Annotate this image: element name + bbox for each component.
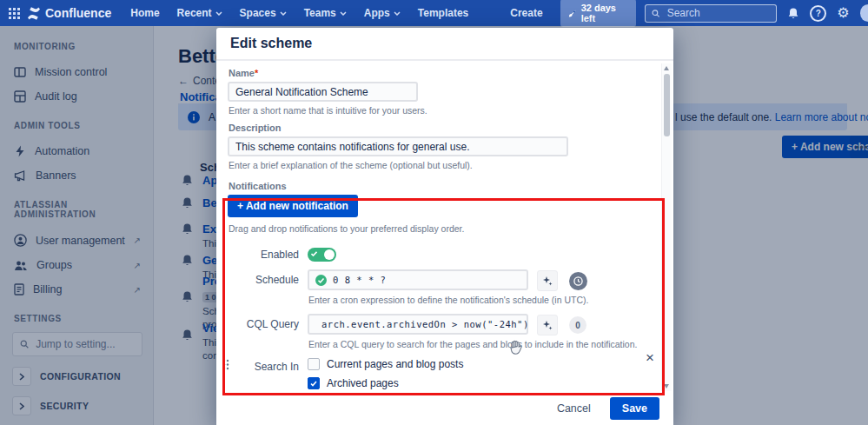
schedule-label: Schedule <box>228 274 299 286</box>
chevron-down-icon <box>340 11 347 16</box>
nav-item-apps[interactable]: Apps <box>364 7 401 19</box>
cql-result-count-badge: 0 <box>569 316 586 334</box>
enabled-toggle[interactable] <box>308 248 336 262</box>
trial-days-button[interactable]: 32 days left <box>560 0 637 27</box>
required-asterisk: * <box>255 68 258 78</box>
screen: Confluence Home Recent Spaces Teams Apps… <box>0 0 868 425</box>
cancel-button[interactable]: Cancel <box>552 402 596 415</box>
checkbox-icon <box>308 358 320 370</box>
scroll-down-arrow[interactable] <box>664 384 669 388</box>
modal-header: Edit scheme <box>216 28 673 61</box>
cron-assist-sparkle-icon[interactable] <box>537 270 558 291</box>
scrollbar-thumb[interactable] <box>664 74 670 136</box>
search-in-row: Search In Current pages and blog posts A… <box>228 358 659 392</box>
toggle-check-icon <box>311 251 317 256</box>
search-icon <box>652 9 659 18</box>
confluence-mark-icon <box>27 7 41 20</box>
description-input[interactable] <box>228 136 568 156</box>
notifications-label: Notifications <box>229 181 659 191</box>
nav-item-teams[interactable]: Teams <box>304 7 347 19</box>
nav-item-recent[interactable]: Recent <box>177 7 222 19</box>
cql-assist-sparkle-icon[interactable] <box>537 315 558 335</box>
drag-handle-icon[interactable] <box>222 359 229 370</box>
modal-title: Edit scheme <box>230 36 312 51</box>
app-switcher-icon[interactable] <box>9 8 20 19</box>
global-search-input[interactable] <box>666 6 770 20</box>
add-new-notification-button[interactable]: + Add new notification <box>228 195 358 217</box>
cql-helper: Enter a CQL query to search for the page… <box>308 339 637 349</box>
description-label: Description <box>229 123 659 133</box>
schedule-input[interactable]: 0 8 * * ? <box>308 269 528 290</box>
brand-label: Confluence <box>45 6 111 20</box>
chevron-down-icon <box>394 11 401 16</box>
cql-label: CQL Query <box>228 318 299 330</box>
modal-scroll-area[interactable]: Name* Enter a short name that is intuiti… <box>216 63 659 392</box>
scroll-up-arrow[interactable] <box>664 66 669 70</box>
edit-scheme-modal: Edit scheme Name* Enter a short name tha… <box>216 28 673 425</box>
name-helper: Enter a short name that is intuitive for… <box>229 105 659 116</box>
enabled-row: Enabled <box>228 246 659 262</box>
schedule-row: Schedule 0 8 * * ? <box>228 269 659 312</box>
global-search[interactable] <box>645 4 777 23</box>
remove-notification-icon[interactable]: × <box>646 350 654 365</box>
name-label: Name* <box>229 68 659 78</box>
nav-item-templates[interactable]: Templates <box>418 7 468 19</box>
nav-item-spaces[interactable]: Spaces <box>240 7 287 19</box>
nav-right-cluster: 32 days left ? ⚙ <box>560 0 868 27</box>
name-input[interactable] <box>228 82 418 102</box>
confluence-logo[interactable]: Confluence <box>27 6 111 20</box>
reorder-hint: Drag and drop notifications to your pref… <box>229 223 659 234</box>
settings-gear-icon[interactable]: ⚙ <box>835 4 851 22</box>
search-in-label: Search In <box>228 361 299 373</box>
checkbox-current-pages[interactable]: Current pages and blog posts <box>308 358 463 370</box>
cql-input[interactable]: arch.event.archivedOn > now("-24h") <box>308 314 528 335</box>
schedule-clock-icon[interactable] <box>569 272 587 290</box>
checkbox-checked-icon <box>308 377 320 389</box>
chevron-down-icon <box>215 11 222 16</box>
top-nav: Confluence Home Recent Spaces Teams Apps… <box>0 0 868 26</box>
valid-check-icon <box>315 275 327 286</box>
notifications-bell-icon[interactable] <box>785 4 801 22</box>
save-button[interactable]: Save <box>610 397 659 420</box>
nav-item-create[interactable]: Create <box>510 7 542 19</box>
notification-card: × Enabled Schedule 0 8 * * ? <box>228 241 659 392</box>
chevron-down-icon <box>280 11 287 16</box>
help-icon[interactable]: ? <box>810 4 826 22</box>
checkbox-archived-pages[interactable]: Archived pages <box>308 377 463 389</box>
modal-scrollbar[interactable] <box>661 63 672 391</box>
cql-row: CQL Query arch.event.archivedOn > now("-… <box>228 314 659 356</box>
nav-item-home[interactable]: Home <box>130 7 159 19</box>
enabled-label: Enabled <box>228 249 299 261</box>
rocket-icon <box>568 9 577 18</box>
user-avatar[interactable] <box>860 4 868 22</box>
schedule-helper: Enter a cron expression to define the no… <box>308 295 588 305</box>
modal-footer: Cancel Save <box>216 392 673 425</box>
description-helper: Enter a brief explanation of the scheme … <box>229 160 659 170</box>
